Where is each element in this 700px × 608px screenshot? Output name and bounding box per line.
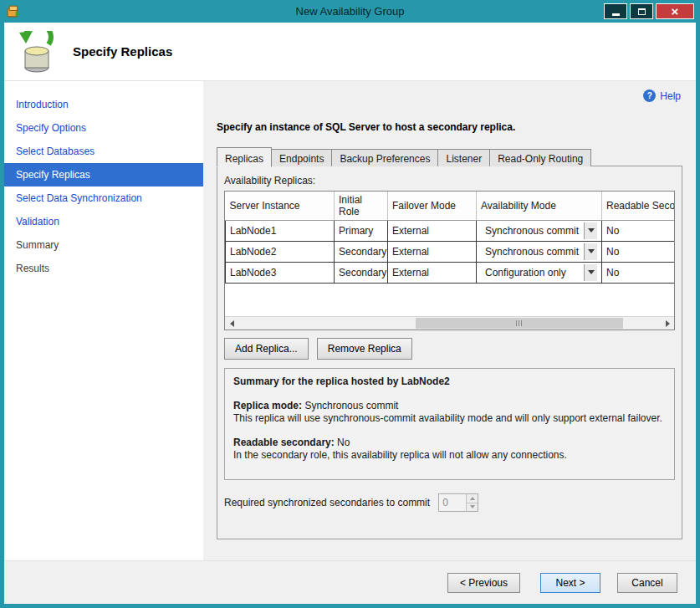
sidebar-item-summary: Summary	[4, 233, 203, 257]
availability-group-icon	[18, 31, 56, 73]
required-secondaries-stepper[interactable]: 0	[438, 493, 478, 512]
cell-initial-role[interactable]: Secondary	[335, 262, 388, 283]
readable-secondary-label: Readable secondary:	[233, 437, 335, 448]
stepper-down-icon[interactable]	[467, 503, 478, 512]
cell-failover-mode[interactable]: External	[388, 220, 477, 241]
column-header-server-instance[interactable]: Server Instance	[226, 192, 335, 220]
tab-backup-preferences[interactable]: Backup Preferences	[331, 149, 438, 166]
add-replica-button[interactable]: Add Replica...	[224, 338, 309, 360]
required-secondaries-label: Required synchronized secondaries to com…	[224, 497, 430, 508]
readable-secondary-value: No	[337, 437, 350, 448]
main-panel: ? Help Specify an instance of SQL Server…	[203, 81, 696, 560]
close-icon: ×	[672, 5, 679, 18]
scroll-right-icon[interactable]	[661, 317, 674, 330]
title-bar[interactable]: New Availability Group ×	[4, 0, 696, 23]
availability-mode-dropdown[interactable]: Synchronous commit	[477, 241, 602, 262]
cell-readable-secondary[interactable]: No	[602, 241, 676, 262]
tab-endpoints[interactable]: Endpoints	[271, 149, 332, 166]
table-row[interactable]: LabNode3 Secondary External Configuratio…	[226, 262, 676, 283]
replica-mode-value: Synchronous commit	[304, 400, 398, 411]
page-title: Specify Replicas	[73, 44, 172, 59]
maximize-icon	[638, 8, 646, 15]
column-header-initial-role[interactable]: Initial Role	[335, 192, 388, 220]
column-header-availability-mode[interactable]: Availability Mode	[477, 192, 602, 220]
sidebar-item-specify-options[interactable]: Specify Options	[4, 116, 203, 140]
tab-replicas[interactable]: Replicas	[217, 147, 272, 167]
minimize-button[interactable]	[604, 3, 627, 19]
replica-mode-description: This replica will use synchronous-commit…	[233, 412, 666, 425]
help-label: Help	[660, 90, 681, 102]
instruction-text: Specify an instance of SQL Server to hos…	[217, 121, 682, 133]
cell-readable-secondary[interactable]: No	[602, 220, 676, 241]
chevron-down-icon[interactable]	[584, 264, 597, 281]
replica-summary-panel: Summary for the replica hosted by LabNod…	[224, 368, 675, 480]
wizard-steps-sidebar: Introduction Specify Options Select Data…	[4, 81, 203, 560]
column-header-readable-secondary[interactable]: Readable Secondary	[602, 192, 676, 220]
minimize-icon	[612, 13, 620, 16]
replica-mode-label: Replica mode:	[233, 400, 302, 411]
availability-mode-dropdown[interactable]: Configuration only	[477, 262, 602, 283]
cell-failover-mode[interactable]: External	[388, 262, 477, 283]
dialog-window: New Availability Group × Specify Replica…	[0, 0, 700, 608]
remove-replica-button[interactable]: Remove Replica	[317, 338, 412, 360]
table-row[interactable]: LabNode1 Primary External Synchronous co…	[226, 220, 676, 241]
scrollbar-track[interactable]	[238, 317, 661, 330]
chevron-down-icon[interactable]	[584, 243, 597, 260]
wizard-header: Specify Replicas	[4, 23, 696, 81]
sidebar-item-select-data-sync[interactable]: Select Data Synchronization	[4, 186, 203, 210]
next-button[interactable]: Next >	[540, 573, 600, 593]
cancel-button[interactable]: Cancel	[617, 573, 677, 593]
grip-icon	[516, 320, 523, 326]
help-link[interactable]: ? Help	[643, 89, 681, 102]
sidebar-item-introduction[interactable]: Introduction	[4, 93, 203, 116]
maximize-button[interactable]	[630, 3, 653, 19]
replicas-tab-panel: Availability Replicas: Server Instance I…	[217, 166, 682, 539]
cell-initial-role[interactable]: Secondary	[335, 241, 388, 262]
cell-server-instance[interactable]: LabNode1	[226, 220, 335, 241]
cell-initial-role[interactable]: Primary	[335, 220, 388, 241]
cell-failover-mode[interactable]: External	[388, 241, 477, 262]
cell-readable-secondary[interactable]: No	[602, 262, 676, 283]
stepper-value[interactable]: 0	[439, 494, 466, 511]
close-button[interactable]: ×	[656, 3, 694, 19]
scroll-left-icon[interactable]	[225, 317, 238, 330]
grid-header-row: Server Instance Initial Role Failover Mo…	[226, 192, 676, 220]
sidebar-item-validation[interactable]: Validation	[4, 210, 203, 233]
horizontal-scrollbar[interactable]	[225, 316, 674, 330]
sidebar-item-specify-replicas[interactable]: Specify Replicas	[4, 163, 203, 186]
sidebar-item-select-databases[interactable]: Select Databases	[4, 140, 203, 163]
chevron-down-icon[interactable]	[584, 222, 597, 239]
window-title: New Availability Group	[4, 5, 696, 18]
footer-bar: < Previous Next > Cancel	[4, 560, 696, 604]
tab-read-only-routing[interactable]: Read-Only Routing	[489, 149, 591, 166]
cell-server-instance[interactable]: LabNode2	[226, 241, 335, 262]
tab-listener[interactable]: Listener	[437, 149, 490, 166]
previous-button[interactable]: < Previous	[447, 573, 520, 593]
availability-mode-dropdown[interactable]: Synchronous commit	[477, 220, 602, 241]
table-row[interactable]: LabNode2 Secondary External Synchronous …	[226, 241, 676, 262]
scrollbar-thumb[interactable]	[416, 318, 622, 329]
tab-bar: Replicas Endpoints Backup Preferences Li…	[217, 146, 682, 166]
column-header-failover-mode[interactable]: Failover Mode	[388, 192, 477, 220]
summary-title: Summary for the replica hosted by LabNod…	[233, 376, 666, 388]
readable-secondary-description: In the secondary role, this availability…	[233, 449, 666, 462]
availability-replicas-grid: Server Instance Initial Role Failover Mo…	[224, 191, 675, 330]
cell-server-instance[interactable]: LabNode3	[226, 262, 335, 283]
help-icon: ?	[643, 89, 656, 102]
sidebar-item-results: Results	[4, 257, 203, 280]
stepper-up-icon[interactable]	[467, 494, 478, 503]
grid-caption: Availability Replicas:	[224, 175, 675, 186]
